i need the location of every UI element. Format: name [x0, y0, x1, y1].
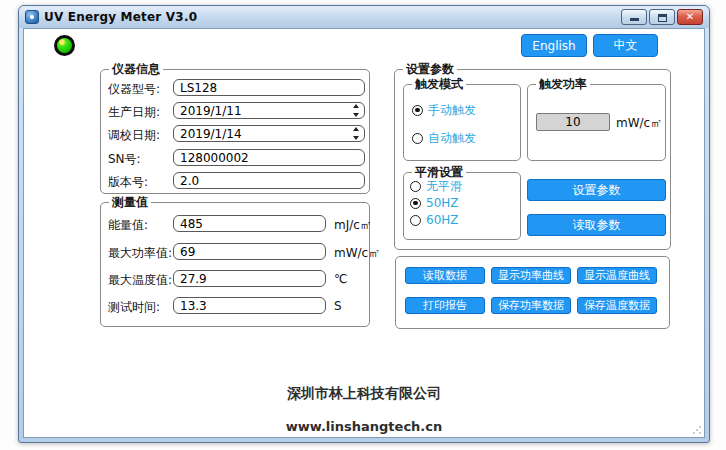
- group-instrument-info: 仪器信息 仪器型号: 生产日期: 调校日期:: [100, 69, 370, 194]
- max-temperature-label: 最大温度值:: [108, 272, 172, 289]
- group-instrument-info-title: 仪器信息: [109, 62, 163, 76]
- spin-up-icon[interactable]: [353, 127, 359, 131]
- field-row-test-time: 测试时间: S: [101, 297, 369, 314]
- radio-unselected-icon[interactable]: [410, 181, 421, 192]
- radio-60hz[interactable]: 60HZ: [410, 213, 459, 227]
- maximize-icon: [658, 14, 667, 22]
- production-date-input[interactable]: [173, 102, 365, 119]
- production-date-label: 生产日期:: [108, 104, 160, 121]
- maximize-button[interactable]: [649, 9, 675, 25]
- group-measurements: 测量值 能量值: mJ/c㎡ 最大功率值: mW/c㎡ 最大温度值: ℃: [100, 202, 370, 327]
- group-smoothing: 平滑设置 无平滑 50HZ 60HZ: [403, 172, 521, 240]
- set-params-button[interactable]: 设置参数: [527, 179, 666, 201]
- read-params-button[interactable]: 读取参数: [527, 214, 666, 236]
- spin-down-icon[interactable]: [353, 113, 359, 117]
- version-label: 版本号:: [108, 174, 148, 191]
- production-date-spinner[interactable]: [351, 104, 361, 117]
- radio-manual-trigger[interactable]: 手动触发: [412, 103, 476, 117]
- trigger-power-input[interactable]: [536, 113, 610, 131]
- radio-selected-icon[interactable]: [410, 198, 421, 209]
- calibration-date-input[interactable]: [173, 125, 365, 142]
- chinese-button[interactable]: 中文: [593, 34, 658, 57]
- auto-trigger-label: 自动触发: [428, 130, 476, 147]
- energy-value-label: 能量值:: [108, 217, 148, 234]
- group-trigger-power: 触发功率 mW/c㎡: [527, 84, 666, 161]
- max-power-unit-label: mW/c㎡: [334, 245, 380, 262]
- group-measurements-title: 测量值: [109, 195, 151, 209]
- app-window: UV Energy Meter V3.0 ✕ English 中文 仪器信息 仪…: [18, 5, 710, 443]
- radio-unselected-icon[interactable]: [412, 133, 423, 144]
- group-trigger-mode-title: 触发模式: [412, 77, 466, 91]
- minimize-icon: [630, 18, 639, 21]
- group-settings-title: 设置参数: [403, 62, 457, 76]
- 60hz-label: 60HZ: [426, 213, 459, 227]
- trigger-power-unit-label: mW/c㎡: [616, 115, 662, 132]
- title-bar[interactable]: UV Energy Meter V3.0 ✕: [19, 6, 709, 28]
- energy-value-input[interactable]: [173, 215, 326, 232]
- desktop: UV Energy Meter V3.0 ✕ English 中文 仪器信息 仪…: [0, 0, 726, 450]
- caption-buttons: ✕: [621, 9, 703, 25]
- no-smoothing-label: 无平滑: [426, 178, 462, 195]
- radio-auto-trigger[interactable]: 自动触发: [412, 131, 476, 145]
- show-power-curve-button[interactable]: 显示功率曲线: [491, 267, 571, 284]
- group-settings: 设置参数 触发模式 手动触发 自动触发 触发功率 mW/c㎡: [394, 69, 671, 250]
- spin-down-icon[interactable]: [353, 136, 359, 140]
- test-time-unit-label: S: [334, 299, 342, 313]
- radio-selected-icon[interactable]: [412, 105, 423, 116]
- client-area: English 中文 仪器信息 仪器型号: 生产日期:: [23, 28, 705, 438]
- group-trigger-power-title: 触发功率: [536, 77, 590, 91]
- spin-up-icon[interactable]: [353, 104, 359, 108]
- radio-unselected-icon[interactable]: [410, 215, 421, 226]
- group-trigger-mode: 触发模式 手动触发 自动触发: [403, 84, 521, 161]
- field-row-max-temperature: 最大温度值: ℃: [101, 270, 369, 287]
- radio-50hz[interactable]: 50HZ: [410, 196, 459, 210]
- radio-no-smoothing[interactable]: 无平滑: [410, 179, 462, 193]
- 50hz-label: 50HZ: [426, 196, 459, 210]
- app-icon: [25, 10, 39, 24]
- max-temperature-unit-label: ℃: [334, 272, 347, 286]
- test-time-input[interactable]: [173, 297, 326, 314]
- field-row-max-power: 最大功率值: mW/c㎡: [101, 243, 369, 260]
- manual-trigger-label: 手动触发: [428, 102, 476, 119]
- field-row-production-date: 生产日期:: [101, 102, 369, 119]
- window-title: UV Energy Meter V3.0: [44, 10, 197, 24]
- max-temperature-input[interactable]: [173, 270, 326, 287]
- serial-number-label: SN号:: [108, 151, 141, 168]
- serial-number-input[interactable]: [173, 149, 365, 166]
- minimize-button[interactable]: [621, 9, 647, 25]
- field-row-energy: 能量值: mJ/c㎡: [101, 215, 369, 232]
- close-button[interactable]: ✕: [677, 9, 703, 25]
- field-row-instrument-model: 仪器型号:: [101, 79, 369, 96]
- instrument-model-label: 仪器型号:: [108, 81, 160, 98]
- max-power-input[interactable]: [173, 243, 326, 260]
- field-row-serial-number: SN号:: [101, 149, 369, 166]
- print-report-button[interactable]: 打印报告: [405, 297, 485, 314]
- resize-grip[interactable]: [692, 425, 702, 435]
- website-url: www.linshangtech.cn: [24, 419, 704, 434]
- close-icon: ✕: [686, 12, 694, 22]
- calibration-date-label: 调校日期:: [108, 127, 160, 144]
- calibration-date-spinner[interactable]: [351, 127, 361, 140]
- show-temp-curve-button[interactable]: 显示温度曲线: [577, 267, 657, 284]
- group-actions: 读取数据 显示功率曲线 显示温度曲线 打印报告 保存功率数据 保存温度数据: [395, 256, 670, 329]
- instrument-model-input[interactable]: [173, 79, 365, 96]
- company-name: 深圳市林上科技有限公司: [24, 385, 704, 403]
- field-row-version: 版本号:: [101, 172, 369, 189]
- save-temp-data-button[interactable]: 保存温度数据: [577, 297, 657, 314]
- test-time-label: 测试时间:: [108, 299, 160, 316]
- version-input[interactable]: [173, 172, 365, 189]
- save-power-data-button[interactable]: 保存功率数据: [491, 297, 571, 314]
- max-power-label: 最大功率值:: [108, 245, 172, 262]
- energy-unit-label: mJ/c㎡: [334, 217, 372, 234]
- field-row-calibration-date: 调校日期:: [101, 125, 369, 142]
- english-button[interactable]: English: [521, 34, 587, 57]
- status-led-indicator: [54, 35, 75, 56]
- read-data-button[interactable]: 读取数据: [405, 267, 485, 284]
